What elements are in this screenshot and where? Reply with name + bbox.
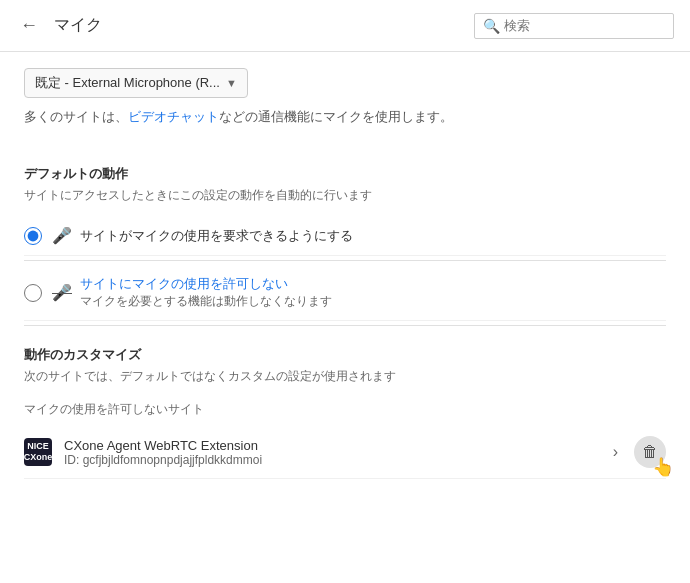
radio-deny[interactable]: [24, 284, 42, 302]
deny-desc: マイクを必要とする機能は動作しなくなります: [80, 293, 332, 310]
back-button[interactable]: ←: [16, 11, 42, 40]
customize-section: 動作のカスタマイズ 次のサイトでは、デフォルトではなくカスタムの設定が使用されま…: [24, 346, 666, 385]
info-text: 多くのサイトは、ビデオチャットなどの通信機能にマイクを使用します。: [24, 108, 666, 126]
site-name: CXone Agent WebRTC Extension: [64, 438, 613, 453]
mic-off-icon: 🎤: [52, 283, 72, 302]
allow-label: サイトがマイクの使用を要求できるようにする: [80, 227, 353, 245]
videochat-link[interactable]: ビデオチャット: [128, 109, 219, 124]
top-bar: ← マイク 🔍: [0, 0, 690, 52]
divider2: [24, 325, 666, 326]
site-favicon: NICE CXone: [24, 438, 52, 466]
radio-option-allow: 🎤 サイトがマイクの使用を要求できるようにする: [24, 216, 666, 256]
blocked-sites-section: マイクの使用を許可しないサイト NICE CXone CXone Agent W…: [24, 401, 666, 479]
search-icon: 🔍: [483, 18, 500, 34]
chevron-down-icon: ▼: [226, 77, 237, 89]
search-input[interactable]: [504, 18, 664, 33]
blocked-sites-title: マイクの使用を許可しないサイト: [24, 401, 666, 418]
deny-label: サイトにマイクの使用を許可しない: [80, 275, 332, 293]
cursor-icon: 👆: [652, 456, 674, 478]
radio-option-deny: 🎤 サイトにマイクの使用を許可しない マイクを必要とする機能は動作しなくなります: [24, 265, 666, 321]
delete-button[interactable]: 🗑 👆: [634, 436, 666, 468]
customize-title: 動作のカスタマイズ: [24, 346, 666, 364]
content-area: 既定 - External Microphone (R... ▼ 多くのサイトは…: [0, 52, 690, 583]
favicon-text: NICE CXone: [24, 441, 53, 463]
chevron-right-icon[interactable]: ›: [613, 443, 618, 461]
default-behavior-title: デフォルトの動作: [24, 165, 666, 183]
search-box: 🔍: [474, 13, 674, 39]
table-row: NICE CXone CXone Agent WebRTC Extension …: [24, 426, 666, 479]
site-info: CXone Agent WebRTC Extension ID: gcfjbjl…: [64, 438, 613, 467]
device-dropdown[interactable]: 既定 - External Microphone (R... ▼: [24, 68, 248, 98]
site-id: ID: gcfjbjldfomnopnpdjajjfpldkkdmmoi: [64, 453, 613, 467]
divider: [24, 260, 666, 261]
radio-allow[interactable]: [24, 227, 42, 245]
default-behavior-subtitle: サイトにアクセスしたときにこの設定の動作を自動的に行います: [24, 187, 666, 204]
page-title: マイク: [54, 15, 474, 36]
mic-icon: 🎤: [52, 226, 72, 245]
customize-subtitle: 次のサイトでは、デフォルトではなくカスタムの設定が使用されます: [24, 368, 666, 385]
device-dropdown-label: 既定 - External Microphone (R...: [35, 74, 220, 92]
